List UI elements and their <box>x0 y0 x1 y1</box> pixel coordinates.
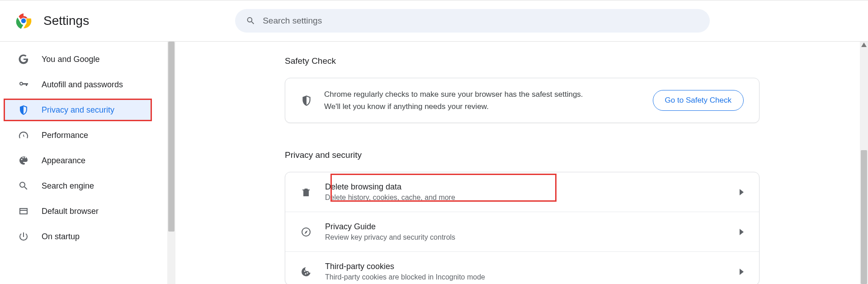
sidebar-label: You and Google <box>42 55 99 64</box>
main-scroll-thumb[interactable] <box>861 150 867 284</box>
safety-check-card: Chrome regularly checks to make sure you… <box>285 78 760 123</box>
header: Settings <box>0 0 868 42</box>
page-title: Settings <box>43 14 89 28</box>
browser-icon <box>18 206 29 217</box>
privacy-list: Delete browsing data Delete history, coo… <box>285 172 760 284</box>
search-input[interactable] <box>263 16 699 26</box>
go-to-safety-check-button[interactable]: Go to Safety Check <box>653 90 744 111</box>
shield-icon <box>301 95 312 106</box>
row-delete-browsing-data[interactable]: Delete browsing data Delete history, coo… <box>285 172 759 212</box>
sidebar-label: Autofill and passwords <box>42 80 123 90</box>
sidebar-item-on-startup[interactable]: On startup <box>0 225 157 248</box>
row-subtitle: Review key privacy and security controls <box>325 233 740 241</box>
chevron-right-icon <box>740 229 744 235</box>
sidebar-label: Appearance <box>42 156 85 166</box>
sidebar-label: Search engine <box>42 181 94 191</box>
sidebar-label: On startup <box>42 232 80 241</box>
cookie-icon <box>301 266 311 277</box>
svg-point-2 <box>21 19 26 24</box>
safety-check-text: Chrome regularly checks to make sure you… <box>324 88 653 113</box>
row-subtitle: Third-party cookies are blocked in Incog… <box>325 273 740 281</box>
sidebar: You and Google Autofill and passwords Pr… <box>0 42 167 284</box>
privacy-security-heading: Privacy and security <box>285 150 760 160</box>
palette-icon <box>18 155 29 166</box>
chevron-right-icon <box>740 269 744 275</box>
safety-check-heading: Safety Check <box>285 56 760 66</box>
main-content: Safety Check Chrome regularly checks to … <box>176 42 868 284</box>
sidebar-item-performance[interactable]: Performance <box>0 124 157 147</box>
trash-icon <box>301 187 311 198</box>
row-privacy-guide[interactable]: Privacy Guide Review key privacy and sec… <box>285 212 759 252</box>
power-icon <box>18 231 29 242</box>
row-third-party-cookies[interactable]: Third-party cookies Third-party cookies … <box>285 252 759 284</box>
sidebar-label: Performance <box>42 131 88 140</box>
sidebar-item-search-engine[interactable]: Search engine <box>0 175 157 197</box>
magnifier-icon <box>18 180 29 191</box>
chevron-right-icon <box>740 189 744 195</box>
sidebar-item-autofill[interactable]: Autofill and passwords <box>0 73 157 96</box>
chrome-logo-icon <box>15 13 32 29</box>
sidebar-label: Default browser <box>42 207 99 216</box>
row-title: Third-party cookies <box>325 262 740 271</box>
scroll-up-icon[interactable] <box>861 43 867 47</box>
main-scrollbar[interactable] <box>860 42 868 284</box>
sidebar-scrollbar[interactable] <box>167 42 175 284</box>
shield-icon <box>18 104 29 115</box>
sidebar-item-default-browser[interactable]: Default browser <box>0 200 157 222</box>
sidebar-item-you-and-google[interactable]: You and Google <box>0 48 157 71</box>
speedometer-icon <box>18 130 29 141</box>
sidebar-item-privacy[interactable]: Privacy and security <box>4 99 152 121</box>
sidebar-label: Privacy and security <box>42 105 114 115</box>
sidebar-item-appearance[interactable]: Appearance <box>0 149 157 172</box>
key-icon <box>18 79 29 90</box>
compass-icon <box>301 227 311 237</box>
row-subtitle: Delete history, cookies, cache, and more <box>325 194 740 202</box>
row-title: Privacy Guide <box>325 222 740 232</box>
google-g-icon <box>18 54 29 65</box>
row-title: Delete browsing data <box>325 182 740 192</box>
search-icon <box>246 16 255 26</box>
search-settings[interactable] <box>235 9 710 33</box>
sidebar-scroll-thumb[interactable] <box>168 42 175 232</box>
